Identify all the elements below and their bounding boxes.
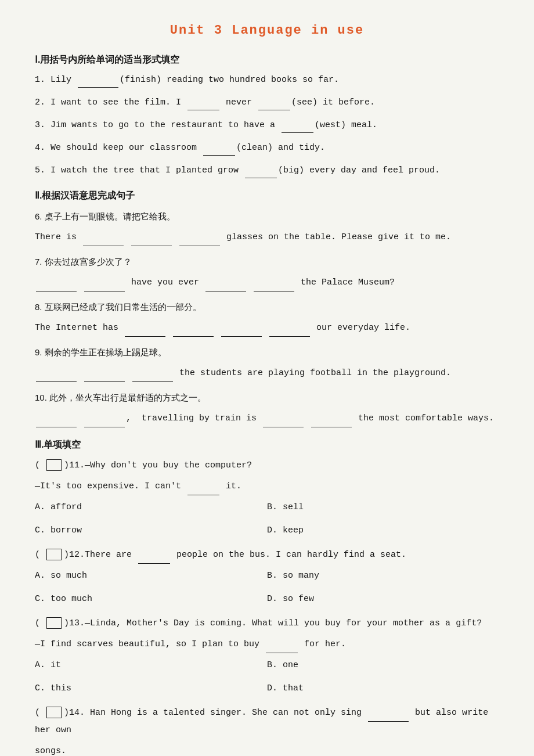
section3-heading: Ⅲ.单项填空 [35, 439, 499, 451]
section1-heading-text: Ⅰ.用括号内所给单词的适当形式填空 [35, 55, 179, 64]
q12-opt-a: A. so much [35, 567, 267, 585]
question-9: 9. 剩余的学生正在操场上踢足球。 the students are playi… [35, 344, 499, 382]
question-11: ( )11.—Why don't you buy the computer? —… [35, 457, 499, 539]
q10-blank2 [84, 417, 125, 427]
q2-blank1 [187, 100, 219, 110]
q13-opt-b: B. one [267, 657, 499, 674]
q6-blank1 [83, 236, 124, 246]
q8-blank3 [221, 326, 262, 337]
q8-english: The Internet has our everyday life. [35, 319, 499, 337]
q9-blank3 [132, 372, 173, 382]
question-3: 3. Jim wants to go to the restaurant to … [35, 117, 499, 133]
q13-opt-c: C. this [35, 680, 267, 697]
q9-blank2 [84, 372, 125, 382]
q6-english: There is glasses on the table. Please gi… [35, 229, 499, 246]
q7-blank1 [36, 281, 77, 291]
q13-bracket [46, 617, 62, 629]
q11-opt-a: A. afford [35, 499, 267, 516]
q12-blank [138, 553, 170, 564]
question-4: 4. We should keep our classroom (clean) … [35, 140, 499, 156]
question-7: 7. 你去过故宫多少次了？ have you ever the Palace M… [35, 253, 499, 291]
q13-blank [266, 643, 298, 653]
q11-opt-c: C. borrow [35, 522, 267, 539]
q8-blank1 [125, 326, 165, 337]
q9-english: the students are playing football in the… [35, 365, 499, 382]
q11-blank [187, 485, 219, 495]
q7-blank2 [84, 281, 125, 291]
section2-heading: Ⅱ.根据汉语意思完成句子 [35, 190, 499, 202]
q4-blank [203, 145, 235, 156]
q9-chinese: 9. 剩余的学生正在操场上踢足球。 [35, 344, 499, 361]
question-10: 10. 此外，坐火车出行是最舒适的方式之一。 , travelling by t… [35, 389, 499, 427]
question-8: 8. 互联网已经成了我们日常生活的一部分。 The Internet has o… [35, 298, 499, 337]
q11-opt-b: B. sell [267, 499, 499, 516]
q7-blank4 [254, 281, 294, 291]
q7-chinese: 7. 你去过故宫多少次了？ [35, 253, 499, 271]
q14-blank [368, 711, 409, 722]
page-title: Unit 3 Language in use [35, 23, 499, 38]
q6-chinese: 6. 桌子上有一副眼镜。请把它给我。 [35, 208, 499, 225]
q10-chinese: 10. 此外，坐火车出行是最舒适的方式之一。 [35, 389, 499, 406]
section1-heading: Ⅰ.用括号内所给单词的适当形式填空 [35, 54, 499, 66]
q2-num: 2. [35, 98, 45, 107]
q11-options-2: C. borrow D. keep [35, 522, 499, 539]
question-5: 5. I watch the tree that I planted grow … [35, 163, 499, 178]
section2-heading-text: Ⅱ.根据汉语意思完成句子 [35, 190, 135, 200]
q10-english: , travelling by train is the most comfor… [35, 410, 499, 427]
q12-opt-d: D. so few [267, 591, 499, 608]
q12-opt-b: B. so many [267, 567, 499, 585]
q1-num: 1. [35, 75, 45, 85]
q7-blank3 [205, 281, 246, 291]
q10-blank4 [311, 417, 352, 427]
q13-opt-d: D. that [267, 680, 499, 697]
q13-prompt2: —I find scarves beautiful, so I plan to … [35, 636, 499, 653]
q11-options: A. afford B. sell [35, 499, 499, 516]
question-2: 2. I want to see the film. I never (see)… [35, 95, 499, 110]
question-1: 1. Lily (finish) reading two hundred boo… [35, 72, 499, 88]
q9-blank1 [36, 372, 77, 382]
q12-prompt: ( )12.There are people on the bus. I can… [35, 546, 499, 564]
q11-prompt: ( )11.—Why don't you buy the computer? [35, 457, 499, 474]
q13-options: A. it B. one [35, 657, 499, 674]
question-14: ( )14. Han Hong is a talented singer. Sh… [35, 704, 499, 756]
q13-options-2: C. this D. that [35, 680, 499, 697]
q11-bracket [46, 459, 62, 471]
q12-bracket [46, 549, 62, 560]
q2-blank2 [258, 100, 290, 110]
q6-blank2 [131, 236, 172, 246]
q4-num: 4. [35, 143, 45, 153]
q5-blank [245, 168, 277, 178]
q7-english: have you ever the Palace Museum? [35, 274, 499, 291]
q6-blank3 [179, 236, 220, 246]
q14-prompt2: songs. [35, 743, 499, 756]
q13-prompt1: ( )13.—Linda, Mother's Day is coming. Wh… [35, 615, 499, 632]
q8-blank2 [173, 326, 214, 337]
q10-blank1 [36, 417, 77, 427]
q3-num: 3. [35, 120, 45, 130]
q5-num: 5. [35, 165, 45, 175]
q14-bracket [46, 707, 62, 718]
q1-blank [78, 77, 118, 88]
question-12: ( )12.There are people on the bus. I can… [35, 546, 499, 608]
question-6: 6. 桌子上有一副眼镜。请把它给我。 There is glasses on t… [35, 208, 499, 246]
q12-options: A. so much B. so many [35, 567, 499, 585]
q10-blank3 [263, 417, 304, 427]
q12-options-2: C. too much D. so few [35, 591, 499, 608]
question-13: ( )13.—Linda, Mother's Day is coming. Wh… [35, 615, 499, 697]
q8-chinese: 8. 互联网已经成了我们日常生活的一部分。 [35, 298, 499, 316]
q12-opt-c: C. too much [35, 591, 267, 608]
q14-prompt1: ( )14. Han Hong is a talented singer. Sh… [35, 704, 499, 739]
section3-heading-text: Ⅲ.单项填空 [35, 440, 81, 449]
q13-opt-a: A. it [35, 657, 267, 674]
q8-blank4 [269, 326, 310, 337]
q11-opt-d: D. keep [267, 522, 499, 539]
q11-response: —It's too expensive. I can't it. [35, 478, 499, 495]
q3-blank [282, 123, 313, 133]
